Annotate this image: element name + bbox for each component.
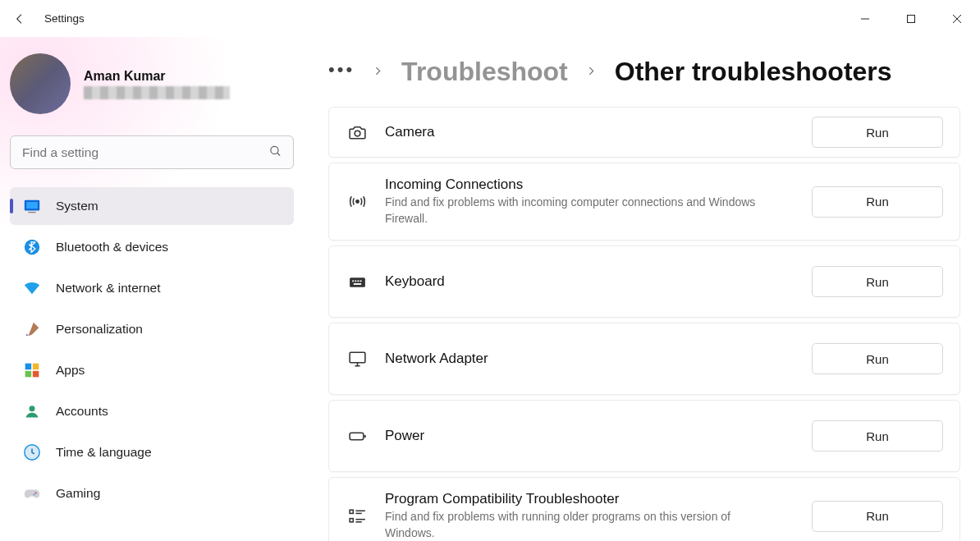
sidebar-item-personalization[interactable]: Personalization [10,310,294,348]
run-button[interactable]: Run [812,343,943,374]
svg-rect-30 [350,510,353,513]
breadcrumb-overflow-icon[interactable]: ••• [328,59,355,85]
troubleshooter-card-keyboard: Keyboard Run [328,245,960,318]
profile-text: Aman Kumar [84,69,230,99]
card-title: Camera [385,124,795,140]
run-button[interactable]: Run [812,117,943,148]
svg-rect-8 [28,212,35,213]
svg-rect-26 [353,283,360,285]
svg-rect-29 [364,435,365,438]
card-text: Keyboard [385,260,812,303]
sidebar-item-label: System [56,199,98,213]
sidebar-item-time[interactable]: Time & language [10,433,294,471]
clock-icon [23,443,41,461]
svg-point-4 [271,146,278,154]
svg-point-17 [34,492,36,493]
card-title: Network Adapter [385,351,795,367]
breadcrumb-current: Other troubleshooters [615,57,892,87]
troubleshooter-card-camera: Camera Run [328,107,960,158]
sidebar-item-network[interactable]: Network & internet [10,269,294,307]
profile-name: Aman Kumar [84,69,230,84]
bluetooth-icon [23,238,41,256]
gamepad-icon [23,484,41,502]
sidebar-item-label: Personalization [56,322,143,337]
list-icon [346,505,369,528]
svg-rect-24 [357,280,359,282]
sidebar: Aman Kumar System Bluetooth & devices Ne… [0,37,304,541]
run-button[interactable]: Run [812,186,943,218]
sidebar-item-label: Gaming [56,486,100,501]
breadcrumb: ••• Troubleshoot Other troubleshooters [328,57,960,87]
sidebar-item-system[interactable]: System [10,187,294,225]
chevron-right-icon [373,65,383,80]
svg-rect-10 [25,364,32,370]
sidebar-item-apps[interactable]: Apps [10,351,294,389]
sidebar-item-label: Accounts [56,404,108,419]
svg-rect-11 [33,364,39,370]
svg-rect-7 [26,202,38,209]
sidebar-item-label: Time & language [56,445,152,460]
search-wrap [10,135,294,169]
svg-rect-12 [25,371,32,378]
card-subtitle: Find and fix problems with running older… [385,509,762,541]
troubleshooter-card-adapter: Network Adapter Run [328,323,960,395]
app-title: Settings [44,12,85,25]
close-button[interactable] [934,0,980,37]
card-text: Network Adapter [385,337,812,380]
run-button[interactable]: Run [812,266,943,297]
search-input[interactable] [10,135,294,169]
system-icon [23,197,41,215]
profile-email-redacted [84,86,230,99]
svg-point-19 [355,131,360,136]
svg-point-14 [30,406,35,411]
person-icon [23,402,41,420]
card-title: Program Compatibility Troubleshooter [385,491,795,507]
troubleshooter-card-incoming: Incoming Connections Find and fix proble… [328,163,960,241]
sidebar-item-label: Bluetooth & devices [56,240,168,254]
run-button[interactable]: Run [812,420,943,452]
breadcrumb-parent[interactable]: Troubleshoot [401,57,568,87]
run-button[interactable]: Run [812,501,943,532]
card-title: Power [385,428,795,444]
keyboard-icon [346,270,369,293]
content-area: ••• Troubleshoot Other troubleshooters C… [304,37,980,541]
sidebar-item-gaming[interactable]: Gaming [10,475,294,512]
svg-rect-25 [359,280,361,282]
camera-icon [346,121,369,144]
wifi-icon [23,279,41,297]
svg-point-20 [355,200,358,203]
card-text: Program Compatibility Troubleshooter Fin… [385,478,812,541]
brush-icon [23,320,41,338]
chevron-right-icon [586,65,597,80]
svg-rect-23 [355,280,356,282]
svg-rect-1 [908,15,915,22]
sidebar-item-label: Network & internet [56,281,161,296]
card-title: Keyboard [385,273,795,290]
search-icon [268,144,282,161]
back-button[interactable] [13,12,26,25]
troubleshooter-card-power: Power Run [328,400,960,472]
antenna-icon [346,190,369,213]
card-text: Power [385,415,812,457]
minimize-button[interactable] [842,0,888,37]
sidebar-item-accounts[interactable]: Accounts [10,392,294,430]
profile-block[interactable]: Aman Kumar [8,45,295,131]
svg-point-18 [33,493,34,495]
svg-rect-22 [352,280,354,282]
card-title: Incoming Connections [385,177,795,193]
window-controls [842,0,980,37]
troubleshooter-card-compat: Program Compatibility Troubleshooter Fin… [328,477,960,541]
svg-rect-13 [33,371,39,378]
card-text: Camera [385,111,812,154]
monitor-icon [346,347,369,370]
card-subtitle: Find and fix problems with incoming comp… [385,195,762,227]
card-text: Incoming Connections Find and fix proble… [385,163,812,240]
svg-rect-27 [350,352,365,363]
avatar [10,53,71,114]
apps-icon [23,361,41,379]
maximize-button[interactable] [888,0,934,37]
svg-rect-31 [350,519,353,522]
sidebar-item-bluetooth[interactable]: Bluetooth & devices [10,228,294,266]
sidebar-item-label: Apps [56,363,85,378]
svg-line-5 [277,153,280,155]
